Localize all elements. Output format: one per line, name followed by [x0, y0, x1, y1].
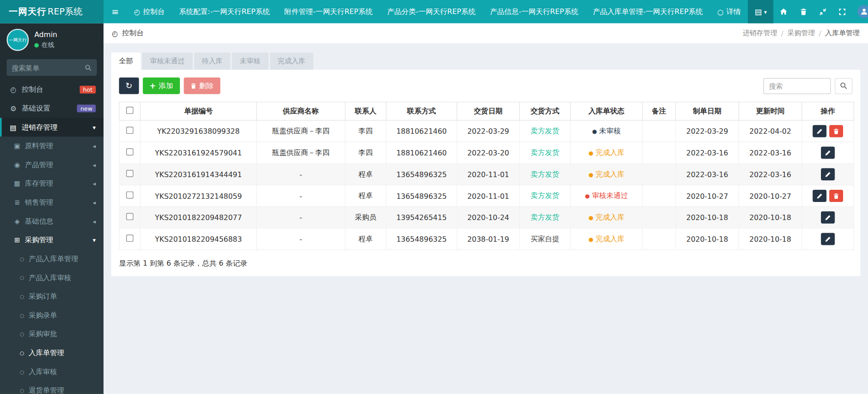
cell-remark — [642, 120, 675, 142]
compress-icon[interactable] — [813, 0, 833, 23]
nav-item-product-category[interactable]: 产品分类-一网天行REP系统 — [380, 0, 482, 23]
col-update-date[interactable]: 更新时间 — [739, 102, 802, 120]
sidebar-item-inbound-audit[interactable]: ○ 入库审核 — [0, 362, 104, 381]
nav-item-product-info[interactable]: 产品信息-一网天行REP系统 — [483, 0, 585, 23]
table-panel: ↻ + 添加 删除 — [111, 70, 860, 276]
tab-all[interactable]: 全部 — [111, 52, 141, 70]
cell-actions — [802, 120, 854, 142]
col-delivery-date[interactable]: 交货日期 — [457, 102, 519, 120]
nav-item-attachment[interactable]: 附件管理-一网天行REP系统 — [277, 0, 380, 23]
row-checkbox[interactable] — [126, 127, 133, 134]
sidebar-item-purchase-order[interactable]: ○ 采购订单 — [0, 287, 104, 306]
edit-button[interactable] — [813, 190, 827, 202]
tab-audit-rejected[interactable]: 审核未通过 — [142, 52, 193, 70]
circle-o-icon: ○ — [20, 369, 24, 375]
edit-button[interactable] — [821, 233, 835, 245]
row-checkbox[interactable] — [126, 148, 133, 155]
circle-o-icon: ○ — [717, 8, 723, 16]
col-order-no[interactable]: 单据编号 — [140, 102, 256, 120]
sidebar-item-inventory-mgmt[interactable]: ▤ 进销存管理 ▾ — [0, 118, 104, 137]
table-row: YKS2010182209482077 - 采购员 13954265415 20… — [119, 206, 854, 228]
sidebar-item-sales[interactable]: ≣ 销售管理 ◂ — [0, 193, 104, 212]
row-checkbox[interactable] — [126, 170, 133, 177]
cell-supplier: - — [257, 164, 345, 185]
sidebar-item-purchase-mgmt[interactable]: ⊞ 采购管理 ▾ — [0, 231, 104, 250]
breadcrumb-item-purchase[interactable]: 采购管理 — [788, 28, 815, 38]
status-dot-icon: ● — [589, 236, 594, 242]
sidebar-item-console[interactable]: ◴ 控制台 hot — [0, 80, 104, 99]
sidebar-item-purchase-entry[interactable]: ○ 采购录单 — [0, 306, 104, 325]
tab-unaudited[interactable]: 未审核 — [232, 52, 268, 70]
nav-items: ◴ 控制台 系统配置:-一网天行REP系统 附件管理-一网天行REP系统 产品分… — [127, 0, 748, 23]
cell-remark — [642, 164, 675, 185]
new-badge: new — [77, 104, 96, 113]
cell-actions — [802, 164, 854, 185]
breadcrumb-item-inventory[interactable]: 进销存管理 — [743, 28, 778, 38]
tab-inbound-done[interactable]: 完成入库 — [270, 52, 313, 70]
sidebar-item-purchase-approval[interactable]: ○ 采购审批 — [0, 325, 104, 344]
select-all-checkbox[interactable] — [126, 107, 133, 114]
hamburger-icon[interactable]: ≡ — [104, 0, 127, 23]
product-icon: ◉ — [12, 161, 22, 169]
cell-update-date: 2020-10-18 — [739, 206, 802, 228]
row-checkbox[interactable] — [126, 213, 133, 220]
sidebar-item-product-inbound-audit[interactable]: ○ 产品入库审核 — [0, 268, 104, 287]
add-button[interactable]: + 添加 — [143, 77, 180, 94]
home-icon[interactable] — [774, 0, 794, 23]
fullscreen-icon[interactable] — [833, 0, 852, 23]
tab-pending-inbound[interactable]: 待入库 — [194, 52, 230, 70]
col-supplier[interactable]: 供应商名称 — [257, 102, 345, 120]
plus-icon: + — [150, 81, 156, 90]
sidebar-search-input[interactable] — [12, 63, 85, 71]
trash-icon[interactable] — [794, 0, 813, 23]
sidebar-user-panel: 一网天行 Admin 在线 — [0, 23, 104, 56]
materials-icon: ▣ — [12, 142, 22, 150]
sidebar-item-materials[interactable]: ▣ 原料管理 ◂ — [0, 136, 104, 155]
sidebar-item-inbound-order-mgmt[interactable]: ○ 入库单管理 — [0, 343, 104, 362]
sidebar-item-basic-settings[interactable]: ⚙ 基础设置 new — [0, 99, 104, 118]
cell-delivery-method: 买家自提 — [519, 228, 571, 250]
col-status[interactable]: 入库单状态 — [571, 102, 642, 120]
sidebar-item-basic-info[interactable]: ◈ 基础信息 ◂ — [0, 212, 104, 231]
col-delivery-method[interactable]: 交货方式 — [519, 102, 571, 120]
cell-actions — [802, 228, 854, 250]
brand-logo[interactable]: 一网天行 REP系统 — [0, 0, 104, 23]
nav-item-system-config[interactable]: 系统配置:-一网天行REP系统 — [172, 0, 277, 23]
col-made-date[interactable]: 制单日期 — [675, 102, 739, 120]
edit-button[interactable] — [821, 146, 835, 159]
row-checkbox[interactable] — [126, 235, 133, 242]
edit-button[interactable] — [813, 125, 827, 137]
cell-supplier: - — [257, 206, 345, 228]
edit-button[interactable] — [821, 168, 835, 180]
user-menu[interactable]: Admin — [852, 0, 868, 23]
list-dropdown-button[interactable]: ▤ ▾ — [748, 0, 774, 23]
trash-icon — [833, 128, 839, 134]
cell-phone: 18810621460 — [386, 120, 457, 142]
nav-item-label: 详情 — [726, 7, 741, 17]
sidebar-item-products[interactable]: ◉ 产品管理 ◂ — [0, 155, 104, 174]
cell-delivery-date: 2020-11-01 — [457, 164, 519, 185]
row-checkbox[interactable] — [126, 192, 133, 199]
sidebar-search-button[interactable] — [85, 64, 92, 71]
col-phone[interactable]: 联系方式 — [386, 102, 457, 120]
row-delete-button[interactable] — [829, 125, 843, 137]
cell-order-no: YK2203291638099328 — [140, 120, 256, 142]
refresh-button[interactable]: ↻ — [119, 77, 139, 94]
sidebar-item-stock[interactable]: ▦ 库存管理 ◂ — [0, 174, 104, 193]
nav-item-detail[interactable]: ○ 详情 — [710, 0, 748, 23]
delete-button[interactable]: 删除 — [184, 77, 220, 94]
table-row: YKS2203161924579041 瓶盖供应商－李四 李四 18810621… — [119, 142, 854, 164]
table-search-input[interactable] — [764, 78, 831, 94]
cell-remark — [642, 185, 675, 207]
sidebar-item-return-order-mgmt[interactable]: ○ 退货单管理 — [0, 381, 104, 394]
table-search-button[interactable] — [835, 78, 853, 94]
brand-bold: 一网天行 — [9, 6, 47, 18]
sidebar-submenu: ▣ 原料管理 ◂ ◉ 产品管理 ◂ ▦ 库存管理 ◂ ≣ 销售管理 ◂ — [0, 136, 104, 394]
col-remark[interactable]: 备注 — [642, 102, 675, 120]
nav-item-inbound-order[interactable]: 产品入库单管理-一网天行REP系统 — [585, 0, 710, 23]
sidebar-item-product-inbound-mgmt[interactable]: ○ 产品入库单管理 — [0, 249, 104, 268]
row-delete-button[interactable] — [829, 190, 843, 202]
col-contact[interactable]: 联系人 — [345, 102, 386, 120]
nav-item-console[interactable]: ◴ 控制台 — [127, 0, 172, 23]
edit-button[interactable] — [821, 211, 835, 224]
